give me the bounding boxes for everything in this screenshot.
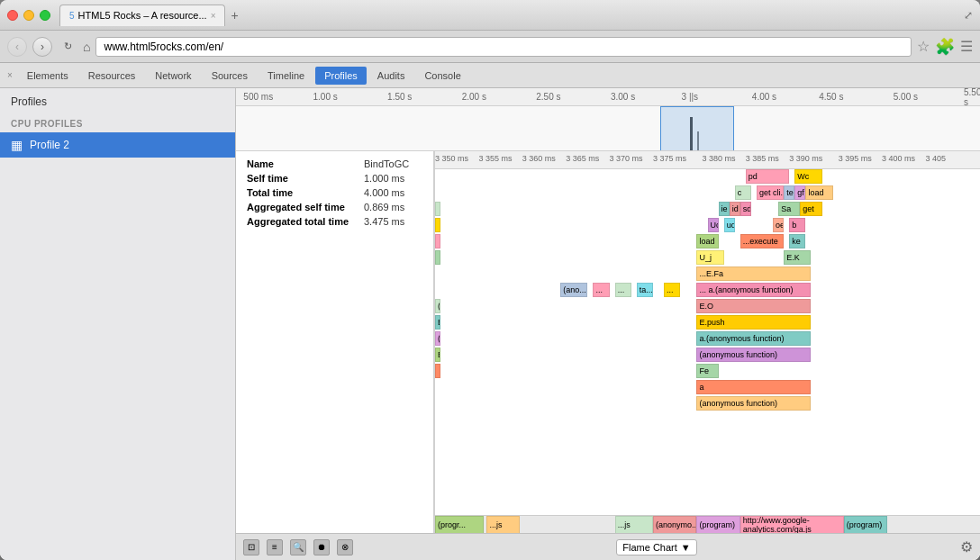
flame-load2[interactable]: load (696, 234, 718, 248)
tab-sources[interactable]: Sources (203, 67, 257, 85)
forward-button[interactable]: › (32, 37, 52, 57)
tab-console[interactable]: Console (415, 67, 469, 85)
devtools-close-button[interactable]: × (4, 70, 16, 80)
list-icon[interactable]: ≡ (267, 539, 283, 555)
address-bar: ‹ › ↻ ⌂ www.html5rocks.com/en/ ☆ 🧩 ☰ (0, 31, 980, 63)
bottom-bar: ⊡ ≡ 🔍 ⏺ ⊗ Flame Chart ▼ ⚙ (236, 533, 980, 560)
flame-get[interactable]: get (800, 202, 821, 216)
home-button[interactable]: ⌂ (83, 40, 90, 54)
right-panel: 500 ms 1.00 s 1.50 s 2.00 s 2.50 s 3.00 … (236, 88, 980, 560)
flame-eo[interactable]: E.O (696, 299, 811, 313)
flame-ta1[interactable]: ta... (637, 283, 653, 297)
flame-top-1[interactable] (435, 202, 440, 216)
flame-uc[interactable]: Uc... (708, 218, 719, 232)
back-button[interactable]: ‹ (7, 37, 27, 57)
flame-ek[interactable]: E.K (784, 250, 811, 265)
flame-efa[interactable]: ...E.Fa (696, 266, 811, 281)
bookmark-button[interactable]: ☆ (917, 38, 930, 55)
tick-3355: 3 355 ms (478, 154, 512, 163)
detail-ruler: 3 350 ms 3 355 ms 3 360 ms 3 365 ms 3 37… (435, 151, 980, 169)
flame-orange-block[interactable] (435, 364, 440, 378)
flame-row-5: load ...execute ke (435, 234, 980, 249)
tab-profiles[interactable]: Profiles (315, 67, 367, 85)
flame-top-6[interactable] (435, 250, 440, 265)
refresh-button[interactable]: ↻ (58, 37, 77, 57)
flame-te[interactable]: te (784, 185, 794, 200)
traffic-lights (7, 10, 50, 21)
dropdown-arrow-icon: ▼ (681, 542, 691, 553)
flame-bindto2[interactable]: BindTo... (435, 348, 440, 362)
flame-fe[interactable]: Fe (696, 364, 718, 378)
dock-icon[interactable]: ⊡ (243, 539, 259, 555)
flame-gf[interactable]: gf (794, 185, 805, 200)
flame-anon-fn4[interactable]: (anonymous function) (696, 396, 811, 411)
tab-resources[interactable]: Resources (79, 67, 145, 85)
flame-dots1[interactable]: ... (593, 283, 609, 297)
flame-row-7: ...E.Fa (435, 266, 980, 282)
flame-execute[interactable]: ...execute (740, 234, 784, 248)
detail-content-row: Name BindToGC Self time 1.000 ms Total t… (236, 151, 980, 533)
expand-button[interactable]: ⤢ (964, 9, 973, 22)
tab-network[interactable]: Network (146, 67, 200, 85)
flame-load[interactable]: load (805, 185, 832, 200)
flame-ano[interactable]: (ano... (560, 283, 587, 297)
maximize-traffic-light[interactable] (40, 10, 50, 21)
flame-oe[interactable]: oe (773, 218, 784, 232)
flame-anon-fn3[interactable]: (anonymous function) (696, 348, 811, 362)
record-icon[interactable]: ⏺ (313, 539, 330, 555)
flame-chart-container[interactable]: 3 350 ms 3 355 ms 3 360 ms 3 365 ms 3 37… (435, 151, 980, 533)
tab-audits[interactable]: Audits (368, 67, 414, 85)
flame-ano2[interactable]: (ano... (435, 299, 440, 313)
flame-ke[interactable]: ke (789, 234, 805, 248)
flame-ie[interactable]: ie (719, 202, 730, 216)
flame-pd[interactable]: pd (746, 169, 789, 184)
flame-a[interactable]: a (696, 380, 811, 394)
info-agg-total-label: Aggregated total time (247, 216, 364, 227)
minimize-traffic-light[interactable] (23, 10, 34, 21)
flame-row-4: Uc... ud oe b (435, 218, 980, 233)
flame-wc[interactable]: Wc (794, 169, 821, 184)
menu-button[interactable]: ☰ (960, 38, 973, 55)
profile-2-item[interactable]: ▦ Profile 2 (0, 132, 235, 158)
info-name-row: Name BindToGC (247, 158, 422, 169)
browser-tab[interactable]: 5 HTML5 Rocks – A resource... × (59, 5, 225, 26)
flame-ud[interactable]: ud (724, 218, 735, 232)
url-bar[interactable]: www.html5rocks.com/en/ (95, 37, 912, 57)
flame-c[interactable]: c (735, 185, 751, 200)
tab-close-button[interactable]: × (211, 11, 216, 21)
flame-anon-fn1[interactable]: ... a.(anonymous function) (696, 283, 811, 297)
flame-row-15: (anonymous function) (435, 396, 980, 411)
info-total-time-row: Total time 4.000 ms (247, 187, 422, 198)
flame-bind2[interactable]: Bind... (435, 315, 440, 330)
flame-ano3[interactable]: (ano... (435, 331, 440, 346)
flame-chart-select[interactable]: Flame Chart ▼ (616, 539, 696, 555)
flame-dots2[interactable]: ... (615, 283, 631, 297)
flame-uj[interactable]: U_j (696, 250, 723, 265)
flame-scatter-yellow[interactable] (435, 218, 440, 232)
stop-icon[interactable]: ⊗ (337, 539, 353, 555)
new-tab-button[interactable]: + (225, 8, 243, 23)
flame-id[interactable]: id (730, 202, 740, 216)
flame-sa[interactable]: Sa (778, 202, 800, 216)
flame-row-6: U_j E.K (435, 250, 980, 266)
extension-button[interactable]: 🧩 (935, 37, 955, 57)
profile-icon: ▦ (11, 138, 23, 152)
timeline-graph (236, 106, 980, 151)
search-icon[interactable]: 🔍 (290, 539, 306, 555)
sidebar-section-title: CPU PROFILES (0, 115, 235, 132)
flame-anon-fn2[interactable]: a.(anonymous function) (696, 331, 811, 346)
close-traffic-light[interactable] (7, 10, 18, 21)
info-name-label: Name (247, 158, 364, 169)
flame-dots3[interactable]: ... (664, 283, 680, 297)
flame-epush[interactable]: E.push (696, 315, 811, 330)
flame-sd[interactable]: sd (740, 202, 751, 216)
flame-get-cli[interactable]: get cli... (757, 185, 784, 200)
tick-550s: 5.50 s (964, 88, 980, 107)
tab-elements[interactable]: Elements (18, 67, 77, 85)
tick-400s: 4.00 s (752, 92, 776, 102)
flame-top-4[interactable] (435, 234, 440, 248)
flame-b[interactable]: b (789, 218, 805, 232)
devtools-main: Profiles CPU PROFILES ▦ Profile 2 500 ms… (0, 88, 980, 560)
settings-icon[interactable]: ⚙ (960, 538, 973, 555)
tab-timeline[interactable]: Timeline (259, 67, 313, 85)
